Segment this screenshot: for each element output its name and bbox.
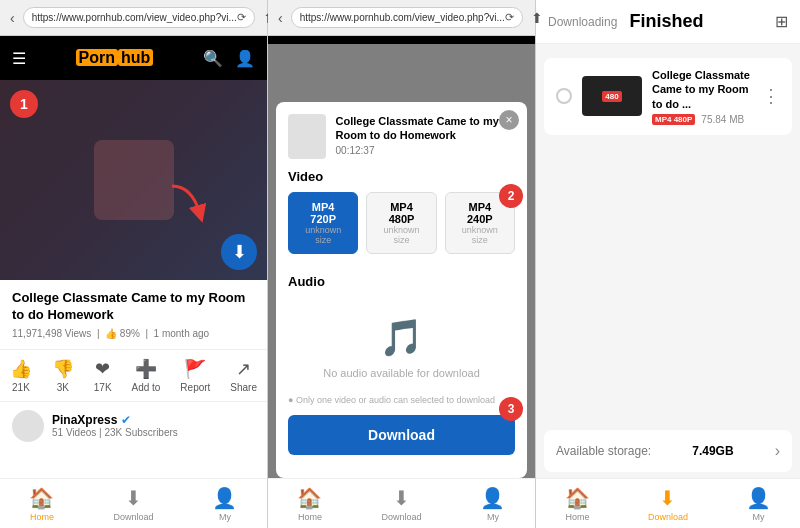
download-btn-wrapper: Download 3 bbox=[288, 405, 515, 455]
modal-video-info: College Classmate Came to my Room to do … bbox=[288, 114, 515, 159]
panel3-header: Downloading Finished ⊞ bbox=[536, 0, 800, 44]
nav-home-left[interactable]: 🏠 Home bbox=[29, 486, 54, 522]
my-icon-right: 👤 bbox=[746, 486, 771, 510]
favorite-count: 17K bbox=[94, 382, 112, 393]
browser-bar-middle: ‹ https://www.pornhub.com/view_video.php… bbox=[268, 0, 535, 36]
step-badge-2: 2 bbox=[499, 184, 523, 208]
table-row: 480 College Classmate Came to my Room to… bbox=[544, 58, 792, 135]
panel3-header-icon[interactable]: ⊞ bbox=[775, 12, 788, 31]
downloading-label: Downloading bbox=[548, 15, 617, 29]
arrow-indicator bbox=[162, 176, 212, 230]
dl-meta: MP4 480P 75.84 MB bbox=[652, 114, 752, 125]
favorite-button[interactable]: ❤ 17K bbox=[94, 358, 112, 393]
finished-label: Finished bbox=[629, 11, 703, 32]
search-icon-left[interactable]: 🔍 bbox=[203, 49, 223, 68]
video-meta: 11,971,498 Views | 👍 89% | 1 month ago bbox=[12, 328, 255, 339]
nav-download-right[interactable]: ⬇ Download bbox=[648, 486, 688, 522]
download-icon-left: ⬇ bbox=[125, 486, 142, 510]
home-label-left: Home bbox=[30, 512, 54, 522]
download-list: 480 College Classmate Came to my Room to… bbox=[536, 44, 800, 424]
dl-quality-badge: MP4 480P bbox=[652, 114, 695, 125]
browser-bar-left: ‹ https://www.pornhub.com/view_video.php… bbox=[0, 0, 267, 36]
no-audio-icon: 🎵 bbox=[379, 317, 424, 359]
nav-download-middle[interactable]: ⬇ Download bbox=[381, 486, 421, 522]
report-button[interactable]: 🚩 Report bbox=[180, 358, 210, 393]
add-icon: ➕ bbox=[135, 358, 157, 380]
quality-options-wrapper: MP4 720P unknown size MP4 480P unknown s… bbox=[288, 192, 515, 266]
dislike-icon: 👎 bbox=[52, 358, 74, 380]
dl-title: College Classmate Came to my Room to do … bbox=[652, 68, 752, 111]
url-bar-middle[interactable]: https://www.pornhub.com/view_video.php?v… bbox=[291, 7, 523, 28]
panel3-title-row: Downloading Finished bbox=[548, 11, 703, 32]
logo-prefix-left: Porn bbox=[76, 49, 118, 66]
nav-my-left[interactable]: 👤 My bbox=[212, 486, 237, 522]
logo-suffix-left: hub bbox=[118, 49, 153, 66]
nav-download-left[interactable]: ⬇ Download bbox=[113, 486, 153, 522]
my-icon-left: 👤 bbox=[212, 486, 237, 510]
like-percent: 👍 89% bbox=[105, 328, 140, 339]
dl-size: 75.84 MB bbox=[701, 114, 744, 125]
download-label-right: Download bbox=[648, 512, 688, 522]
download-overlay-button[interactable]: ⬇ bbox=[221, 234, 257, 270]
nav-my-middle[interactable]: 👤 My bbox=[480, 486, 505, 522]
heart-icon: ❤ bbox=[95, 358, 110, 380]
like-icon: 👍 bbox=[10, 358, 32, 380]
download-label-left: Download bbox=[113, 512, 153, 522]
home-icon-left: 🏠 bbox=[29, 486, 54, 510]
url-bar-left[interactable]: https://www.pornhub.com/view_video.php?v… bbox=[23, 7, 255, 28]
storage-value: 7.49GB bbox=[692, 444, 733, 458]
reload-left[interactable]: ⟳ bbox=[237, 11, 246, 24]
ph-header-left: ☰ Pornhub 🔍 👤 bbox=[0, 36, 267, 80]
add-label: Add to bbox=[132, 382, 161, 393]
download-note: ● Only one video or audio can selected t… bbox=[288, 395, 515, 405]
quality-480p[interactable]: MP4 480P unknown size bbox=[366, 192, 436, 254]
modal-duration: 00:12:37 bbox=[336, 145, 515, 156]
download-action-button[interactable]: Download bbox=[288, 415, 515, 455]
share-button-middle[interactable]: ⬆ bbox=[527, 8, 547, 28]
modal-video-thumb bbox=[288, 114, 326, 159]
panel-right: Downloading Finished ⊞ 480 College Class… bbox=[536, 0, 800, 528]
home-icon-right: 🏠 bbox=[565, 486, 590, 510]
modal-close-button[interactable]: × bbox=[499, 110, 519, 130]
quality-720p[interactable]: MP4 720P unknown size bbox=[288, 192, 358, 254]
hamburger-icon-left[interactable]: ☰ bbox=[12, 49, 26, 68]
verified-icon: ✔ bbox=[121, 413, 131, 427]
report-label: Report bbox=[180, 382, 210, 393]
no-audio-text: No audio available for download bbox=[323, 367, 480, 379]
dl-thumb-quality-label: 480 bbox=[602, 91, 621, 102]
channel-name: PinaXpress bbox=[52, 413, 117, 427]
video-thumbnail[interactable]: 1 ⬇ bbox=[0, 80, 267, 280]
step-badge-1: 1 bbox=[10, 90, 38, 118]
like-button[interactable]: 👍 21K bbox=[10, 358, 32, 393]
bottom-nav-middle: 🏠 Home ⬇ Download 👤 My bbox=[268, 478, 535, 528]
dl-thumbnail: 480 bbox=[582, 76, 642, 116]
browser-bar-middle-wrapper: ‹ https://www.pornhub.com/view_video.php… bbox=[268, 0, 535, 36]
reload-middle[interactable]: ⟳ bbox=[505, 11, 514, 24]
view-count: 11,971,498 Views bbox=[12, 328, 91, 339]
storage-row[interactable]: Available storage: 7.49GB › bbox=[544, 430, 792, 472]
home-label-right: Home bbox=[565, 512, 589, 522]
modal-video-text: College Classmate Came to my Room to do … bbox=[336, 114, 515, 159]
back-button-middle[interactable]: ‹ bbox=[274, 8, 287, 28]
quality-options: MP4 720P unknown size MP4 480P unknown s… bbox=[288, 192, 515, 254]
user-icon-left[interactable]: 👤 bbox=[235, 49, 255, 68]
dl-more-button[interactable]: ⋮ bbox=[762, 85, 780, 107]
video-info: College Classmate Came to my Room to do … bbox=[0, 280, 267, 349]
back-button-left[interactable]: ‹ bbox=[6, 8, 19, 28]
nav-my-right[interactable]: 👤 My bbox=[746, 486, 771, 522]
url-text-middle: https://www.pornhub.com/view_video.php?v… bbox=[300, 12, 505, 23]
dislike-button[interactable]: 👎 3K bbox=[52, 358, 74, 393]
nav-home-right[interactable]: 🏠 Home bbox=[565, 486, 590, 522]
share-button[interactable]: ↗ Share bbox=[230, 358, 257, 393]
dl-radio[interactable] bbox=[556, 88, 572, 104]
nav-home-middle[interactable]: 🏠 Home bbox=[297, 486, 322, 522]
channel-row[interactable]: PinaXpress ✔ 51 Videos | 23K Subscribers bbox=[0, 402, 267, 450]
quality-720p-size: unknown size bbox=[299, 225, 347, 245]
my-label-middle: My bbox=[487, 512, 499, 522]
audio-section-label: Audio bbox=[288, 274, 515, 289]
panel-middle: ☰ Pornhub 🔍 👤 ‹ https://www.pornhub.com/… bbox=[268, 0, 536, 528]
flag-icon: 🚩 bbox=[184, 358, 206, 380]
add-to-button[interactable]: ➕ Add to bbox=[132, 358, 161, 393]
my-label-right: My bbox=[752, 512, 764, 522]
video-title: College Classmate Came to my Room to do … bbox=[12, 290, 255, 324]
